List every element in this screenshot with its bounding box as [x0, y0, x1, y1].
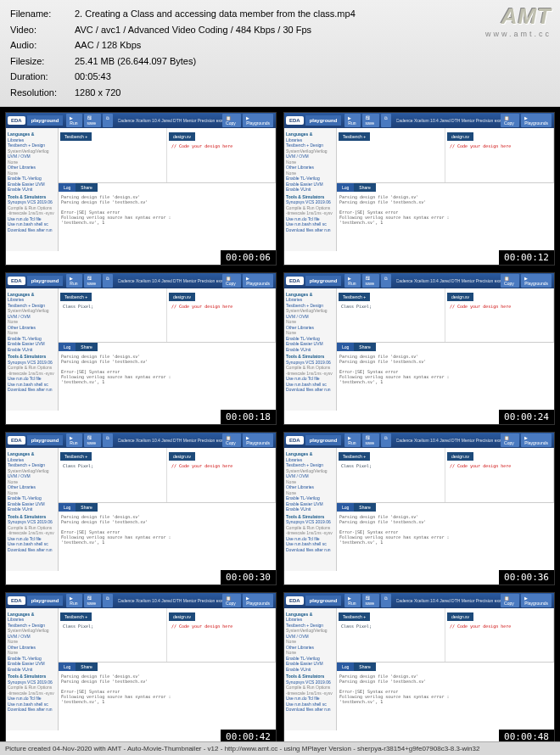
playgrounds-button[interactable]: ▶ Playgrounds: [243, 274, 273, 288]
log-tab[interactable]: Log: [337, 343, 354, 351]
share-tab[interactable]: Share: [76, 343, 97, 351]
options-sidebar[interactable]: Languages &LibrariesTestbench + DesignSy…: [6, 128, 59, 251]
testbench-editor[interactable]: Testbench + Class Pixel;: [337, 608, 445, 663]
design-tab[interactable]: design.sv: [447, 452, 473, 461]
design-tab[interactable]: design.sv: [169, 612, 195, 621]
testbench-tab[interactable]: Testbench +: [60, 132, 92, 141]
testbench-tab[interactable]: Testbench +: [339, 452, 370, 461]
testbench-editor[interactable]: Testbench +: [59, 128, 167, 182]
copy-button[interactable]: ⧉: [103, 114, 113, 127]
design-editor[interactable]: design.sv // Code your design here: [167, 608, 276, 663]
design-tab[interactable]: design.sv: [447, 132, 473, 141]
playgrounds-button[interactable]: ▶ Playgrounds: [243, 594, 273, 607]
design-tab[interactable]: design.sv: [169, 132, 195, 141]
options-sidebar[interactable]: Languages &LibrariesTestbench + DesignSy…: [284, 288, 337, 411]
design-tab[interactable]: design.sv: [447, 612, 473, 621]
copy-button[interactable]: ⧉: [103, 594, 113, 607]
save-button[interactable]: 🖫 save: [362, 114, 379, 127]
options-sidebar[interactable]: Languages &LibrariesTestbench + DesignSy…: [6, 608, 59, 731]
thumbnail: EDA playground ▶ Run 🖫 save ⧉ Cadence Xc…: [5, 432, 277, 585]
copy-button[interactable]: ⧉: [381, 274, 391, 288]
run-button[interactable]: ▶ Run: [66, 114, 81, 127]
options-sidebar[interactable]: Languages &LibrariesTestbench + DesignSy…: [284, 608, 337, 731]
copy-link-button[interactable]: 📋 Copy: [222, 433, 241, 447]
playgrounds-button[interactable]: ▶ Playgrounds: [243, 114, 273, 127]
copy-button[interactable]: ⧉: [381, 114, 391, 127]
copy-button[interactable]: ⧉: [103, 433, 113, 447]
log-output: Parsing design file 'design.sv'Parsing d…: [59, 192, 276, 251]
share-tab[interactable]: Share: [76, 663, 97, 671]
testbench-tab[interactable]: Testbench +: [60, 452, 92, 461]
testbench-editor[interactable]: Testbench + Class Pixel;: [59, 608, 167, 663]
run-button[interactable]: ▶ Run: [66, 274, 81, 288]
save-button[interactable]: 🖫 save: [362, 433, 379, 447]
design-tab[interactable]: design.sv: [169, 452, 195, 461]
testbench-editor[interactable]: Testbench +: [337, 128, 445, 182]
run-button[interactable]: ▶ Run: [344, 114, 360, 127]
log-tab[interactable]: Log: [59, 343, 76, 351]
testbench-tab[interactable]: Testbench +: [339, 132, 370, 141]
options-sidebar[interactable]: Languages &LibrariesTestbench + DesignSy…: [284, 448, 337, 571]
playgrounds-button[interactable]: ▶ Playgrounds: [521, 433, 552, 447]
save-button[interactable]: 🖫 save: [84, 274, 101, 288]
testbench-editor[interactable]: Testbench + Class Pixel;: [59, 448, 167, 502]
run-button[interactable]: ▶ Run: [66, 594, 81, 607]
testbench-editor[interactable]: Testbench + Class Pixel;: [337, 288, 445, 343]
options-sidebar[interactable]: Languages &LibrariesTestbench + DesignSy…: [6, 448, 59, 571]
save-button[interactable]: 🖫 save: [362, 594, 379, 607]
log-tab[interactable]: Log: [337, 183, 354, 192]
run-button[interactable]: ▶ Run: [344, 594, 360, 607]
design-tab[interactable]: design.sv: [447, 293, 473, 301]
app-titlebar: EDA playground ▶ Run 🖫 save ⧉ Cadence Xc…: [284, 273, 554, 288]
design-editor[interactable]: design.sv // Code your design here: [445, 608, 554, 663]
share-tab[interactable]: Share: [76, 503, 97, 512]
copy-link-button[interactable]: 📋 Copy: [222, 594, 241, 607]
copy-link-button[interactable]: 📋 Copy: [222, 114, 241, 127]
design-editor[interactable]: design.sv // Code your design here: [445, 128, 554, 182]
save-button[interactable]: 🖫 save: [84, 594, 101, 607]
playgrounds-button[interactable]: ▶ Playgrounds: [243, 433, 273, 447]
share-tab[interactable]: Share: [76, 183, 97, 192]
log-tab[interactable]: Log: [337, 663, 354, 671]
design-editor[interactable]: design.sv // Code your design here: [167, 448, 276, 502]
share-tab[interactable]: Share: [354, 663, 375, 671]
copy-link-button[interactable]: 📋 Copy: [501, 433, 519, 447]
save-button[interactable]: 🖫 save: [84, 433, 101, 447]
options-sidebar[interactable]: Languages &LibrariesTestbench + DesignSy…: [284, 128, 337, 251]
log-tab[interactable]: Log: [59, 503, 76, 512]
share-tab[interactable]: Share: [354, 503, 375, 512]
log-tab[interactable]: Log: [337, 503, 354, 512]
log-tab[interactable]: Log: [59, 183, 76, 192]
share-tab[interactable]: Share: [354, 183, 375, 192]
save-button[interactable]: 🖫 save: [362, 274, 379, 288]
log-tab[interactable]: Log: [59, 663, 76, 671]
options-sidebar[interactable]: Languages &LibrariesTestbench + DesignSy…: [6, 288, 59, 411]
copy-button[interactable]: ⧉: [381, 433, 391, 447]
design-editor[interactable]: design.sv // Code your design here: [445, 448, 554, 502]
testbench-tab[interactable]: Testbench +: [339, 293, 370, 301]
copy-link-button[interactable]: 📋 Copy: [222, 274, 241, 288]
copy-button[interactable]: ⧉: [381, 594, 391, 607]
run-button[interactable]: ▶ Run: [344, 433, 360, 447]
copy-link-button[interactable]: 📋 Copy: [501, 114, 519, 127]
copy-link-button[interactable]: 📋 Copy: [501, 274, 519, 288]
testbench-tab[interactable]: Testbench +: [339, 612, 370, 621]
design-editor[interactable]: design.sv // Code your design here: [445, 288, 554, 343]
playgrounds-button[interactable]: ▶ Playgrounds: [521, 594, 552, 607]
run-button[interactable]: ▶ Run: [66, 433, 81, 447]
testbench-tab[interactable]: Testbench +: [60, 612, 92, 621]
share-tab[interactable]: Share: [354, 343, 375, 351]
copy-link-button[interactable]: 📋 Copy: [501, 594, 519, 607]
design-tab[interactable]: design.sv: [169, 293, 195, 301]
run-button[interactable]: ▶ Run: [344, 274, 360, 288]
copy-button[interactable]: ⧉: [103, 274, 113, 288]
playgrounds-button[interactable]: ▶ Playgrounds: [521, 274, 552, 288]
testbench-tab[interactable]: Testbench +: [60, 293, 92, 301]
design-editor[interactable]: design.sv // Code your design here: [167, 128, 276, 182]
testbench-editor[interactable]: Testbench + Class Pixel;: [59, 288, 167, 343]
playgrounds-button[interactable]: ▶ Playgrounds: [521, 114, 552, 127]
design-editor[interactable]: design.sv // Code your design here: [167, 288, 276, 343]
log-output: Parsing design file 'design.sv'Parsing d…: [337, 671, 554, 730]
save-button[interactable]: 🖫 save: [84, 114, 101, 127]
testbench-editor[interactable]: Testbench + Class Pixel;: [337, 448, 445, 502]
